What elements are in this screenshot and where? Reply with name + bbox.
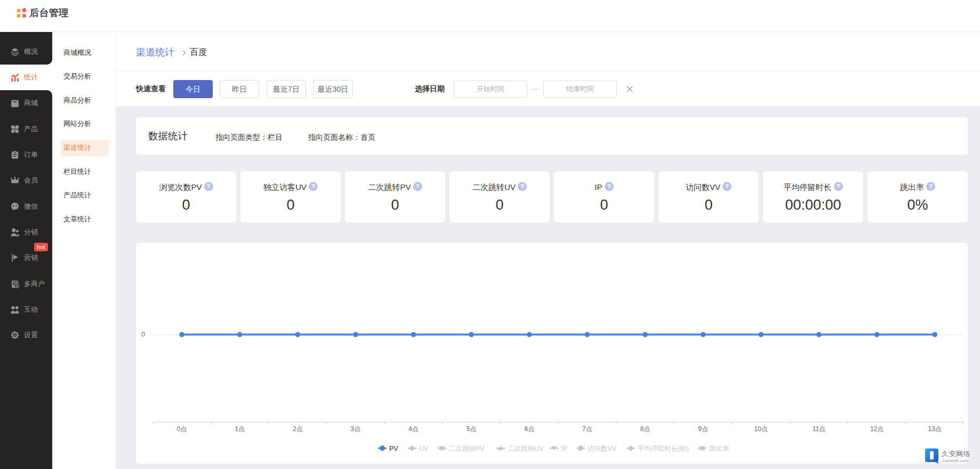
- svg-text:9点: 9点: [698, 425, 708, 433]
- svg-text:IP: IP: [561, 445, 567, 452]
- svg-text:1点: 1点: [235, 425, 245, 433]
- svg-text:PV: PV: [389, 445, 398, 452]
- svg-text:二次跳转PV: 二次跳转PV: [449, 445, 485, 452]
- svg-text:7点: 7点: [582, 425, 592, 433]
- svg-text:平均停留时长(秒): 平均停留时长(秒): [638, 445, 689, 452]
- svg-text:跳出率: 跳出率: [709, 445, 729, 452]
- svg-text:UV: UV: [419, 445, 429, 452]
- svg-text:访问数VV: 访问数VV: [588, 445, 617, 452]
- svg-text:12点: 12点: [870, 425, 883, 433]
- svg-text:10点: 10点: [754, 425, 768, 433]
- svg-text:5点: 5点: [467, 425, 477, 433]
- svg-text:11点: 11点: [813, 425, 825, 433]
- svg-text:0点: 0点: [177, 425, 187, 433]
- svg-text:2点: 2点: [293, 425, 303, 433]
- svg-text:13点: 13点: [928, 425, 942, 433]
- svg-text:4点: 4点: [408, 425, 419, 433]
- svg-text:6点: 6点: [524, 425, 534, 433]
- svg-text:0: 0: [141, 331, 145, 338]
- svg-text:二次跳转UV: 二次跳转UV: [508, 445, 544, 452]
- svg-text:8点: 8点: [640, 425, 650, 433]
- svg-text:3点: 3点: [351, 425, 361, 433]
